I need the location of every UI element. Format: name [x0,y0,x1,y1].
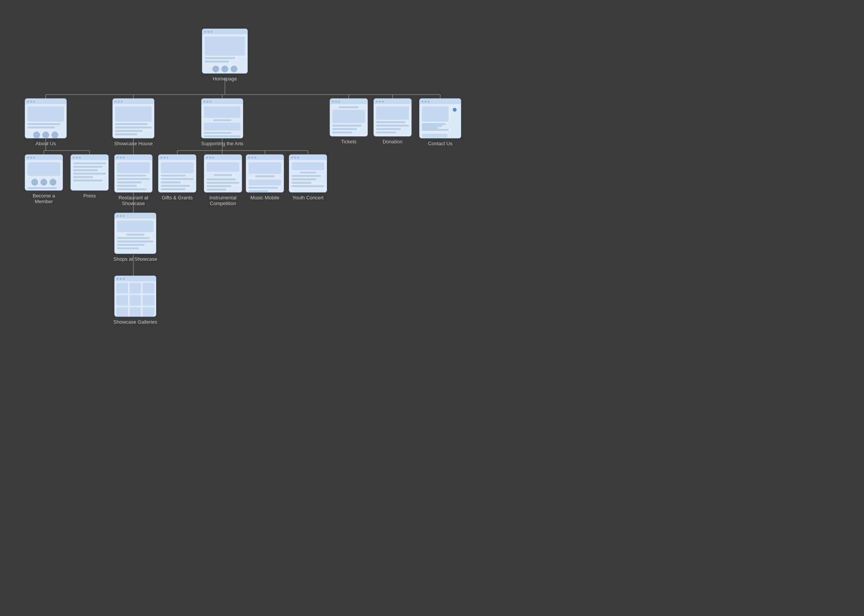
card-contact-us [419,98,461,138]
node-tickets[interactable]: Tickets [330,98,368,144]
sitemap: Homepage About Us [0,0,864,616]
node-homepage[interactable]: Homepage [202,29,248,82]
label-music-mobile: Music Mobile [250,195,279,201]
node-press[interactable]: Press [71,154,109,199]
node-supporting-arts[interactable]: Supporting the Arts [201,98,244,146]
label-donation: Donation [383,139,402,144]
node-shops-showcase[interactable]: Shops at Showcase [112,213,158,262]
node-music-mobile[interactable]: Music Mobile [246,154,284,201]
node-become-member[interactable]: Become a Member [25,154,63,204]
card-showcase-house [112,98,154,138]
label-contact-us: Contact Us [428,141,452,146]
node-gifts-grants[interactable]: Gifts & Grants [158,154,196,201]
card-shops-showcase [114,213,156,254]
node-donation[interactable]: Donation [373,98,412,144]
card-youth-concert [289,154,327,192]
label-showcase-galleries: Showcase Galleries [112,319,158,325]
card-tickets [330,98,368,136]
node-about-us[interactable]: About Us [25,98,67,146]
label-youth-concert: Youth Concert [292,195,324,201]
node-instrumental-comp[interactable]: Instrumental Competition [202,154,244,206]
card-donation [373,98,412,136]
card-homepage [202,29,248,74]
card-supporting-arts [201,98,243,138]
label-instrumental-comp: Instrumental Competition [202,195,244,206]
label-restaurant-showcase: Restaurant at Showcase [112,195,154,206]
label-become-member: Become a Member [25,193,63,204]
label-press: Press [83,193,96,199]
label-shops-showcase: Shops at Showcase [112,256,158,262]
card-music-mobile [246,154,284,192]
card-gifts-grants [158,154,196,192]
node-youth-concert[interactable]: Youth Concert [289,154,327,201]
card-instrumental-comp [204,154,242,192]
label-homepage: Homepage [213,76,237,82]
label-about-us: About Us [35,141,56,146]
card-press [71,154,109,191]
card-about-us [25,98,67,138]
card-restaurant-showcase [114,154,152,192]
node-showcase-house[interactable]: Showcase House [112,98,154,146]
card-showcase-galleries [114,276,156,317]
node-showcase-galleries[interactable]: Showcase Galleries [112,276,158,325]
node-restaurant-showcase[interactable]: Restaurant at Showcase [112,154,154,206]
label-showcase-house: Showcase House [114,141,152,146]
label-tickets: Tickets [341,139,357,144]
label-supporting-arts: Supporting the Arts [201,141,244,146]
label-gifts-grants: Gifts & Grants [162,195,193,201]
card-become-member [25,154,63,191]
node-contact-us[interactable]: Contact Us [419,98,461,146]
